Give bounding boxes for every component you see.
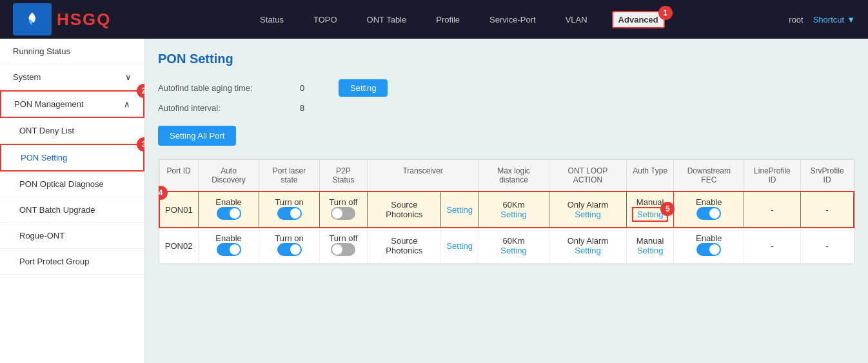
cell-auth-type-2: Manual Setting [626,228,673,264]
cell-auth-type-1: Manual 5 Setting [626,191,673,228]
col-downstream-fec: Downstream FEC [674,160,744,192]
pon-table: Port ID Auto Discovery Port laser state … [159,159,854,264]
page-title: PON Setting [158,52,855,66]
col-port-laser: Port laser state [259,160,319,192]
pon-setting-wrapper: PON Setting 3 [0,144,144,172]
shortcut-button[interactable]: Shortcut ▼ [813,15,855,25]
cell-downstream-fec-2: Enable [674,228,744,264]
col-loop-action: ONT LOOP ACTION [549,160,627,192]
cell-max-distance-1: 60Km Setting [478,191,549,228]
nav-service-port[interactable]: Service-Port [484,12,541,27]
badge-1: 1 [658,6,673,20]
cell-transceiver-2: Source Photonics [368,228,441,264]
autofind-interval-label: Autofind interval: [158,103,287,113]
nav-ont-table[interactable]: ONT Table [362,12,412,27]
cell-line-profile-2: - [744,228,800,264]
cell-port-id-1: 4 PON01 [159,191,198,228]
setting-all-port-button[interactable]: Setting All Port [158,126,236,146]
sidebar-item-ont-deny-list[interactable]: ONT Deny List [0,118,144,144]
header: HSGQ Status TOPO ONT Table Profile Servi… [0,0,868,39]
chevron-down-icon: ▼ [847,15,855,25]
col-auth-type: Auth Type [626,160,673,192]
auth-link-1[interactable]: Setting [637,210,663,219]
main-layout: Running Status System ∨ PON Management ∧… [0,39,868,363]
autofind-interval-row: Autofind interval: 8 [158,103,855,113]
nav-profile[interactable]: Profile [431,12,465,27]
toggle-downstream-2[interactable] [696,243,721,256]
toggle-p2p-2[interactable] [331,243,355,256]
table-row-pon02: PON02 Enable Turn on Turn off [159,228,854,264]
cell-port-id-2: PON02 [159,228,198,264]
sidebar-item-rogue-ont[interactable]: Rogue-ONT [0,223,144,249]
cell-transceiver-link-1[interactable]: Setting [441,191,478,228]
pon-table-container: Port ID Auto Discovery Port laser state … [158,159,855,264]
auth-link-2[interactable]: Setting [632,246,668,255]
autofind-interval-value: 8 [300,103,326,113]
cell-p2p-2: Turn off [319,228,368,264]
nav-advanced[interactable]: Advanced [612,11,665,28]
logo-box [13,3,52,35]
toggle-p2p-1[interactable] [331,207,355,220]
cell-port-laser-2: Turn on [259,228,319,264]
sidebar-item-ont-batch-upgrade[interactable]: ONT Batch Upgrade [0,197,144,223]
nav-menu: Status TOPO ONT Table Profile Service-Po… [131,11,789,28]
cell-port-laser-1: Turn on [259,191,319,228]
col-p2p: P2P Status [319,160,368,192]
chevron-down-icon: ∨ [125,72,132,82]
pon-management-wrapper: PON Management ∧ 2 [0,90,144,118]
user-label: root [789,15,803,25]
content-area: PON Setting Autofind table aging time: 0… [145,39,868,363]
cell-auto-disc-1: Enable [198,191,259,228]
brand-name: HSGQ [57,10,112,30]
col-srv-profile: SrvProfile ID [800,160,854,192]
toggle-downstream-1[interactable] [696,207,721,220]
toggle-auto-disc-2[interactable] [217,243,241,256]
col-line-profile: LineProfile ID [744,160,800,192]
sidebar-item-pon-setting[interactable]: PON Setting [0,144,144,172]
toggle-auto-disc-1[interactable] [217,207,241,220]
cell-loop-action-2: Only Alarm Setting [549,228,627,264]
autofind-aging-value: 0 [300,83,326,93]
nav-advanced-wrapper: Advanced 1 [612,11,665,28]
cell-srv-profile-2: - [800,228,854,264]
nav-vlan[interactable]: VLAN [560,12,593,27]
cell-srv-profile-1: - [800,191,854,228]
cell-p2p-1: Turn off [319,191,368,228]
sidebar-item-pon-management[interactable]: PON Management ∧ [0,90,144,118]
cell-max-distance-2: 60Km Setting [478,228,549,264]
toggle-port-laser-1[interactable] [277,207,302,220]
cell-line-profile-1: - [744,191,800,228]
cell-downstream-fec-1: Enable [674,191,744,228]
sidebar: Running Status System ∨ PON Management ∧… [0,39,145,363]
toggle-port-laser-2[interactable] [277,243,302,256]
nav-topo[interactable]: TOPO [308,12,342,27]
sidebar-item-running-status[interactable]: Running Status [0,39,144,64]
cell-loop-action-1: Only Alarm Setting [549,191,627,228]
col-max-distance: Max logic distance [478,160,549,192]
autofind-aging-label: Autofind table aging time: [158,83,287,93]
cell-auto-disc-2: Enable [198,228,259,264]
chevron-up-icon: ∧ [124,99,130,109]
max-distance-link-2[interactable]: Setting [484,246,544,255]
table-row-pon01: 4 PON01 Enable Turn on Turn off [159,191,854,228]
sidebar-item-port-protect-group[interactable]: Port Protect Group [0,249,144,275]
setting-button[interactable]: Setting [339,79,388,97]
sidebar-item-pon-optical-diagnose[interactable]: PON Optical Diagnose [0,172,144,197]
sidebar-item-system[interactable]: System ∨ [0,64,144,90]
logo-area: HSGQ [13,3,112,35]
cell-transceiver-1: Source Photonics [368,191,441,228]
header-right: root Shortcut ▼ [789,15,855,25]
col-auto-disc: Auto Discovery [198,160,259,192]
logo-icon [21,8,44,31]
col-transceiver: Transceiver [368,160,478,192]
max-distance-link-1[interactable]: Setting [484,210,544,219]
loop-link-1[interactable]: Setting [555,210,621,219]
nav-status[interactable]: Status [255,12,289,27]
autofind-aging-row: Autofind table aging time: 0 Setting [158,79,855,97]
badge-5: 5 [660,202,675,216]
cell-transceiver-link-2[interactable]: Setting [441,228,478,264]
loop-link-2[interactable]: Setting [555,246,621,255]
